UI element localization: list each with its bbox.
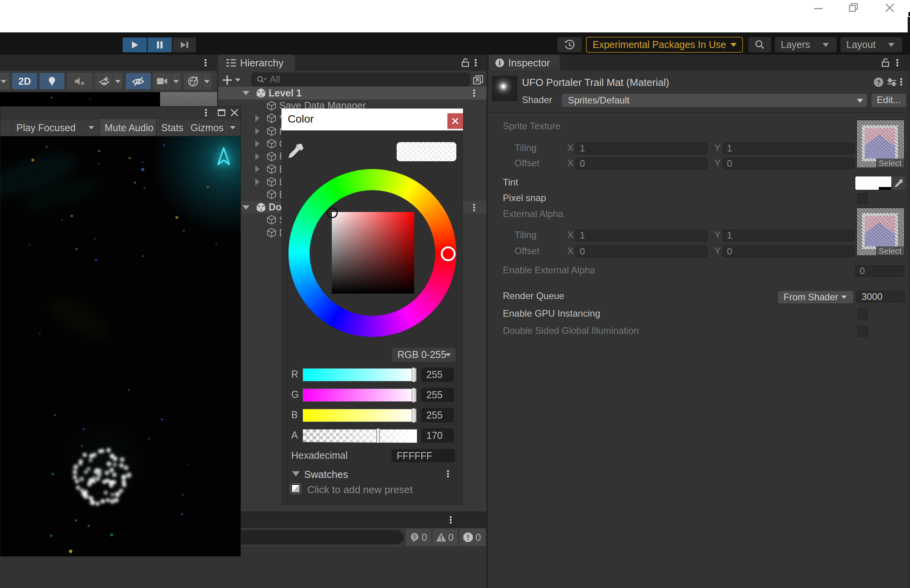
svg-text:?: ?: [876, 79, 880, 86]
